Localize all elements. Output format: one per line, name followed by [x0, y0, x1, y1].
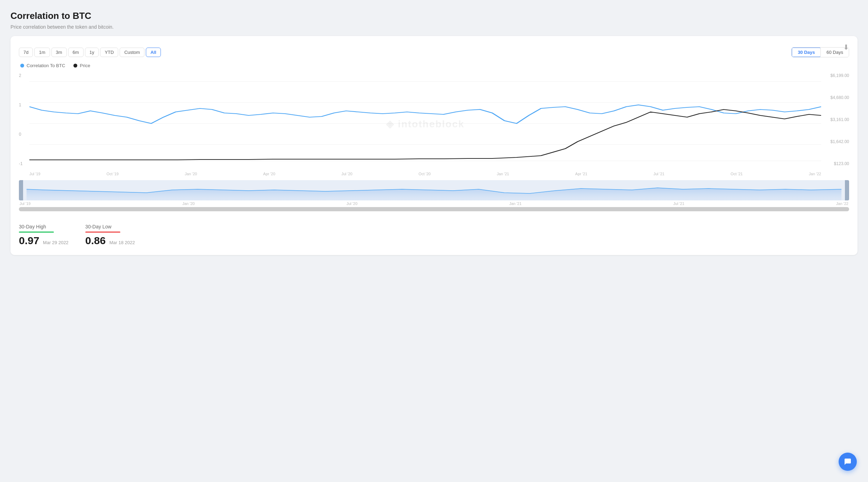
y-label-right-1642: $1,642.00 — [824, 139, 849, 144]
x-label-jan20: Jan '20 — [185, 172, 197, 176]
mini-x-jan21: Jan '21 — [509, 201, 521, 206]
mini-handle-right[interactable] — [845, 180, 849, 200]
stat-low: 30-Day Low 0.86 Mar 18 2022 — [85, 224, 135, 247]
stat-low-label: 30-Day Low — [85, 224, 135, 229]
filter-3m[interactable]: 3m — [51, 48, 67, 57]
filter-7d[interactable]: 7d — [19, 48, 33, 57]
mini-x-jan20: Jan '20 — [182, 201, 194, 206]
stat-low-value: 0.86 — [85, 235, 106, 246]
main-card: ⬇ 7d 1m 3m 6m 1y YTD Custom All 30 Days … — [10, 36, 858, 255]
y-label-2: 2 — [19, 73, 29, 78]
chart-area: 2 1 0 -1 ◈ intotheblock — [19, 72, 849, 176]
stats-row: 30-Day High 0.97 Mar 29 2022 30-Day Low … — [19, 218, 849, 247]
mini-chart-bg — [19, 180, 849, 200]
x-label-oct21: Oct '21 — [731, 172, 743, 176]
stat-low-date: Mar 18 2022 — [109, 240, 135, 245]
y-label-right-4680: $4,680.00 — [824, 95, 849, 100]
chart-legend: Correlation To BTC Price — [20, 63, 849, 68]
legend-label-price: Price — [80, 63, 90, 68]
chat-button[interactable] — [839, 453, 857, 471]
page-subtitle: Price correlation between the token and … — [10, 24, 858, 30]
y-label-right-123: $123.00 — [824, 161, 849, 166]
x-label-oct20: Oct '20 — [419, 172, 431, 176]
mini-x-jan22: Jan '22 — [836, 201, 848, 206]
y-label-right-6199: $6,199.00 — [824, 73, 849, 78]
legend-dot-correlation — [20, 64, 24, 68]
x-label-apr20: Apr '20 — [263, 172, 276, 176]
mini-handle-left[interactable] — [19, 180, 23, 200]
page-title: Correlation to BTC — [10, 10, 858, 21]
main-chart-svg — [29, 72, 821, 170]
filter-custom[interactable]: Custom — [120, 48, 144, 57]
x-label-apr21: Apr '21 — [575, 172, 588, 176]
stat-high: 30-Day High 0.97 Mar 29 2022 — [19, 224, 69, 247]
mini-chart-svg — [19, 180, 849, 200]
download-icon[interactable]: ⬇ — [843, 43, 849, 51]
x-label-jul19: Jul '19 — [29, 172, 40, 176]
mini-chart: Jul '19 Jan '20 Jul '20 Jan '21 Jul '21 … — [19, 180, 849, 211]
y-label-1: 1 — [19, 102, 29, 107]
mini-x-jul19: Jul '19 — [20, 201, 30, 206]
y-label-right-3161: $3,161.00 — [824, 117, 849, 122]
legend-correlation: Correlation To BTC — [20, 63, 65, 68]
stat-high-date: Mar 29 2022 — [43, 240, 69, 245]
x-label-jan22: Jan '22 — [809, 172, 821, 176]
filter-6m[interactable]: 6m — [68, 48, 84, 57]
filter-1y[interactable]: 1y — [85, 48, 99, 57]
x-label-oct19: Oct '19 — [107, 172, 119, 176]
time-filters: 7d 1m 3m 6m 1y YTD Custom All — [19, 48, 161, 57]
stat-high-label: 30-Day High — [19, 224, 69, 229]
legend-dot-price — [73, 64, 77, 68]
x-label-jan21: Jan '21 — [497, 172, 509, 176]
window-buttons: 30 Days 60 Days — [791, 47, 849, 57]
filter-all[interactable]: All — [146, 48, 161, 57]
stat-low-value-row: 0.86 Mar 18 2022 — [85, 235, 135, 247]
filter-ytd[interactable]: YTD — [100, 48, 118, 57]
window-30-days[interactable]: 30 Days — [792, 48, 821, 57]
y-label-neg1: -1 — [19, 161, 29, 166]
scrollbar-track — [19, 207, 849, 211]
chat-icon — [844, 458, 852, 466]
svg-marker-5 — [27, 188, 841, 200]
filter-1m[interactable]: 1m — [34, 48, 50, 57]
x-label-jul20: Jul '20 — [341, 172, 352, 176]
stat-high-value: 0.97 — [19, 235, 39, 246]
stat-high-value-row: 0.97 Mar 29 2022 — [19, 235, 69, 247]
legend-price: Price — [73, 63, 90, 68]
x-label-jul21: Jul '21 — [654, 172, 664, 176]
toolbar: 7d 1m 3m 6m 1y YTD Custom All 30 Days 60… — [19, 47, 849, 57]
legend-label-correlation: Correlation To BTC — [27, 63, 65, 68]
mini-x-jul21: Jul '21 — [673, 201, 684, 206]
y-label-0: 0 — [19, 132, 29, 137]
stat-high-line — [19, 232, 54, 233]
scrollbar-thumb[interactable] — [19, 207, 849, 211]
mini-x-jul20: Jul '20 — [347, 201, 357, 206]
stat-low-line — [85, 232, 120, 233]
